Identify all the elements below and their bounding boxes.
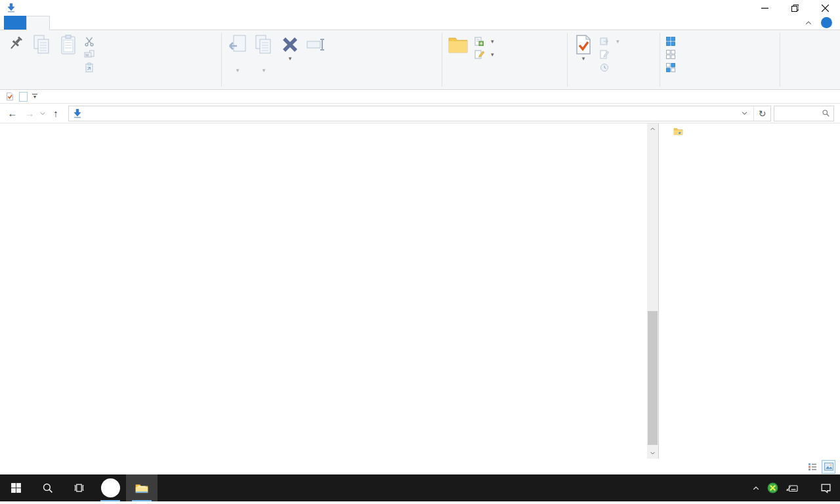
address-bar[interactable]: ↻ — [68, 106, 771, 121]
ribbon-group-select — [660, 30, 780, 89]
select-none-button[interactable] — [663, 48, 682, 61]
action-center-icon[interactable] — [820, 482, 831, 494]
desktop-folder-icon[interactable] — [673, 126, 683, 136]
tab-view[interactable] — [72, 16, 94, 30]
thumbnails-view-button[interactable] — [822, 461, 835, 473]
pin-to-quick-access-button[interactable] — [3, 33, 29, 66]
ribbon-group-divider — [780, 33, 780, 87]
start-button[interactable] — [0, 474, 32, 501]
task-view-icon — [74, 482, 85, 494]
copy-path-button[interactable] — [81, 48, 100, 61]
file-grid — [105, 123, 658, 459]
copy-button[interactable] — [29, 33, 55, 57]
group-label-create — [442, 87, 567, 89]
customize-qat-button[interactable]: ▾ — [32, 94, 37, 100]
taskbar-file-explorer[interactable] — [126, 474, 158, 501]
group-label-select — [660, 87, 780, 89]
new-item-icon — [474, 36, 484, 47]
yandex-browser-icon — [101, 478, 120, 497]
up-button[interactable]: ↑ — [47, 108, 64, 119]
minimize-button[interactable] — [749, 0, 780, 16]
scrollbar-thumb[interactable] — [648, 311, 658, 445]
scroll-up-icon[interactable] — [647, 123, 658, 135]
paste-icon — [58, 34, 79, 55]
tab-file[interactable] — [4, 16, 26, 30]
forward-button[interactable]: → — [21, 108, 38, 119]
help-button[interactable] — [821, 17, 832, 28]
close-button[interactable] — [810, 0, 840, 16]
copy-path-icon — [84, 49, 94, 60]
move-to-button[interactable]: ▾ — [224, 33, 251, 75]
easy-access-button[interactable]: ▾ — [471, 48, 497, 61]
sidebar — [0, 123, 105, 459]
open-icon — [599, 36, 610, 47]
search-input[interactable] — [774, 106, 834, 121]
delete-button[interactable]: ▾ — [277, 33, 303, 62]
select-all-icon — [665, 36, 676, 47]
taskbar-search-button[interactable] — [32, 474, 63, 501]
search-icon[interactable] — [822, 109, 830, 117]
ribbon-group-open: ▾ ▾ — [568, 30, 660, 89]
easy-access-icon — [474, 49, 484, 60]
pin-icon — [5, 34, 26, 55]
copy-to-icon — [253, 34, 274, 55]
downloads-folder-icon — [6, 3, 16, 13]
new-folder-icon — [448, 34, 469, 55]
group-label-clipboard — [0, 87, 221, 89]
vertical-scrollbar[interactable] — [647, 123, 658, 459]
ribbon-group-organize: ▾ ▾ ▾ — [222, 30, 442, 89]
restore-button[interactable] — [780, 0, 810, 16]
rename-button[interactable] — [303, 33, 329, 57]
move-to-icon — [227, 34, 248, 55]
title-bar — [0, 0, 840, 16]
copy-icon — [32, 34, 52, 55]
address-dropdown-icon[interactable] — [741, 110, 748, 117]
ribbon: ▾ ▾ ▾ — [0, 30, 840, 90]
paste-shortcut-icon — [84, 62, 94, 73]
taskbar — [0, 474, 840, 501]
ribbon-group-clipboard — [0, 30, 221, 89]
file-explorer-icon — [135, 481, 149, 495]
group-label-open — [568, 87, 660, 89]
history-icon — [599, 62, 610, 73]
task-view-button[interactable] — [63, 474, 94, 501]
file-list-pane — [105, 123, 658, 459]
new-item-button[interactable]: ▾ — [471, 35, 497, 48]
refresh-button[interactable]: ↻ — [753, 106, 770, 121]
scissors-icon — [84, 36, 94, 47]
edit-button[interactable] — [597, 48, 622, 61]
tab-home[interactable] — [26, 16, 50, 30]
right-empty-pane — [659, 123, 840, 459]
cut-button[interactable] — [81, 35, 100, 48]
invert-selection-icon — [665, 62, 676, 73]
tab-share[interactable] — [50, 16, 72, 30]
content-area — [0, 123, 840, 459]
select-none-icon — [665, 49, 676, 60]
windows-logo-icon — [10, 482, 22, 494]
explorer-window: ▾ ▾ ▾ — [0, 0, 840, 474]
rename-icon — [306, 34, 327, 55]
properties-button[interactable]: ▾ — [570, 33, 597, 62]
select-all-button[interactable] — [663, 35, 682, 48]
group-label-organize — [222, 87, 442, 89]
open-button[interactable]: ▾ — [597, 35, 622, 48]
antivirus-tray-icon[interactable] — [767, 482, 778, 494]
status-bar — [0, 459, 840, 474]
collapse-ribbon-icon[interactable] — [805, 19, 812, 27]
paste-shortcut-button[interactable] — [81, 61, 100, 74]
paste-button[interactable] — [55, 33, 81, 57]
back-button[interactable]: ← — [4, 108, 21, 119]
history-button[interactable] — [597, 61, 622, 74]
tray-expand-icon[interactable] — [752, 484, 760, 492]
invert-selection-button[interactable] — [663, 61, 682, 74]
taskbar-yandex-browser[interactable] — [94, 474, 126, 501]
qat-new-folder-icon[interactable] — [19, 92, 28, 102]
new-folder-button[interactable] — [445, 33, 471, 66]
quick-access-toolbar: ▾ — [0, 90, 840, 104]
input-indicator-icon[interactable] — [786, 484, 799, 493]
qat-properties-icon[interactable] — [5, 92, 14, 101]
scroll-down-icon[interactable] — [647, 448, 658, 459]
details-view-button[interactable] — [806, 461, 818, 473]
recent-locations-icon[interactable] — [39, 110, 46, 117]
copy-to-button[interactable]: ▾ — [251, 33, 277, 75]
